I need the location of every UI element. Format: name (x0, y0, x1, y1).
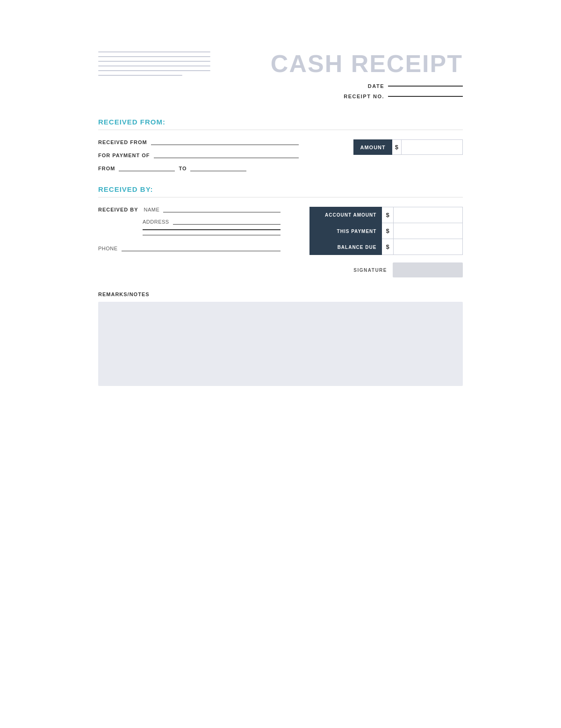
for-payment-of-label: FOR PAYMENT OF (98, 153, 150, 158)
account-amount-currency: $ (382, 207, 393, 223)
to-label: TO (179, 166, 187, 171)
receipt-no-row: RECEIPT NO. (344, 94, 463, 99)
date-row: DATE (368, 83, 463, 89)
phone-label: PHONE (98, 246, 118, 251)
cash-receipt-title: CASH RECEIPT (271, 51, 463, 76)
for-payment-of-field: FOR PAYMENT OF (98, 153, 299, 158)
phone-line (122, 251, 280, 252)
balance-due-label: BALANCE DUE (309, 239, 382, 255)
this-payment-row: THIS PAYMENT $ (309, 223, 463, 239)
balance-due-currency: $ (382, 239, 393, 255)
received-by-fields: RECEIVED BY NAME ADDRESS (98, 207, 463, 277)
received-from-header: RECEIVED FROM: (98, 118, 463, 130)
address-lines: ADDRESS (143, 219, 280, 235)
from-to-row: FROM TO (98, 166, 299, 171)
received-by-title: RECEIVED BY: (98, 185, 463, 197)
remarks-label: REMARKS/NOTES (98, 291, 463, 297)
balance-due-value (394, 239, 463, 255)
address-row-2 (143, 229, 280, 230)
company-line-6 (98, 75, 182, 76)
received-from-title: RECEIVED FROM: (98, 118, 463, 130)
received-by-right: ACCOUNT AMOUNT $ THIS PAYMENT $ BALANCE … (309, 207, 463, 277)
amount-label: AMOUNT (353, 139, 392, 155)
address-line-1 (173, 224, 280, 225)
receipt-no-line (388, 96, 463, 97)
company-line-1 (98, 51, 210, 52)
date-line (388, 86, 463, 87)
address-row-3 (143, 235, 280, 236)
account-amount-value (394, 207, 463, 223)
balance-due-row: BALANCE DUE $ (309, 239, 463, 255)
address-row-1: ADDRESS (143, 219, 280, 225)
address-line-2 (143, 229, 280, 230)
account-amount-row: ACCOUNT AMOUNT $ (309, 207, 463, 223)
company-info (98, 51, 210, 76)
for-payment-of-line (154, 158, 299, 159)
receipt-no-label: RECEIPT NO. (344, 94, 384, 99)
signature-row: SIGNATURE (309, 262, 463, 277)
to-line (190, 171, 246, 172)
date-label: DATE (368, 83, 384, 89)
name-label: NAME (144, 207, 160, 212)
signature-label: SIGNATURE (353, 268, 387, 273)
remarks-box[interactable] (98, 302, 463, 386)
from-line (119, 171, 175, 172)
signature-box (393, 262, 463, 277)
received-by-name-row: RECEIVED BY NAME (98, 207, 280, 212)
phone-row: PHONE (98, 246, 280, 251)
received-by-section: RECEIVED BY: RECEIVED BY NAME ADDRESS (98, 185, 463, 277)
amount-box: AMOUNT $ (353, 139, 463, 155)
received-from-field: RECEIVED FROM (98, 139, 299, 145)
this-payment-currency: $ (382, 223, 393, 239)
amount-value-space (402, 140, 462, 154)
received-from-left-fields: RECEIVED FROM FOR PAYMENT OF FROM TO (98, 139, 299, 171)
from-label: FROM (98, 166, 115, 171)
receipt-header: CASH RECEIPT DATE RECEIPT NO. (98, 51, 463, 99)
company-line-2 (98, 56, 210, 57)
title-date-section: CASH RECEIPT DATE RECEIPT NO. (271, 51, 463, 99)
received-from-label: RECEIVED FROM (98, 139, 147, 145)
received-by-main-label: RECEIVED BY (98, 207, 138, 212)
amount-currency: $ (392, 140, 402, 154)
address-label: ADDRESS (143, 219, 169, 225)
this-payment-label: THIS PAYMENT (309, 223, 382, 239)
name-line (163, 212, 280, 213)
received-from-section: RECEIVED FROM: RECEIVED FROM FOR PAYMENT… (98, 118, 463, 171)
this-payment-value (394, 223, 463, 239)
company-line-5 (98, 70, 210, 71)
received-by-left: RECEIVED BY NAME ADDRESS (98, 207, 280, 251)
address-line-3 (143, 235, 280, 236)
company-line-4 (98, 66, 210, 66)
received-from-fields: RECEIVED FROM FOR PAYMENT OF FROM TO AMO… (98, 139, 463, 171)
date-receipt-fields: DATE RECEIPT NO. (344, 83, 463, 99)
company-line-3 (98, 61, 210, 62)
received-from-line (151, 145, 299, 146)
received-by-header: RECEIVED BY: (98, 185, 463, 197)
remarks-section: REMARKS/NOTES (98, 291, 463, 386)
account-amount-label: ACCOUNT AMOUNT (309, 207, 382, 223)
